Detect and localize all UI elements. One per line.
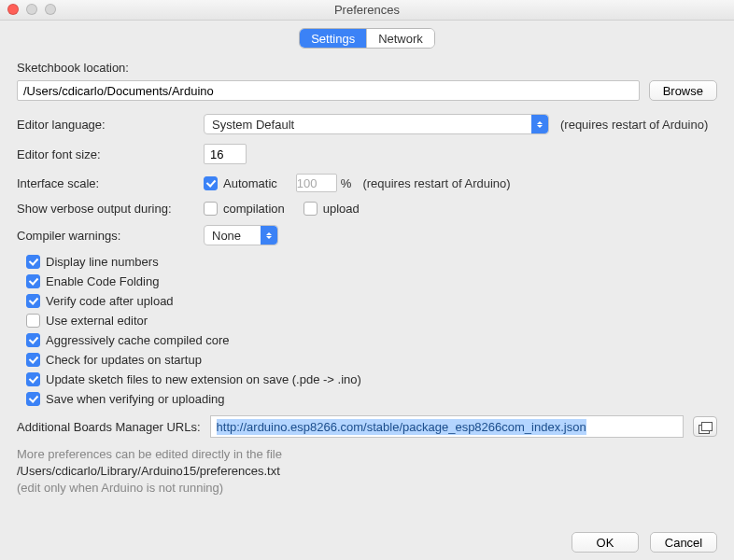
editor-language-label: Editor language: <box>17 118 204 132</box>
window-title: Preferences <box>334 3 400 17</box>
options-list: Display line numbers Enable Code Folding… <box>26 255 717 406</box>
enable-code-folding-checkbox[interactable] <box>26 274 40 288</box>
chevron-updown-icon <box>531 115 548 133</box>
sketchbook-label: Sketchbook location: <box>17 61 717 75</box>
tab-network[interactable]: Network <box>366 29 434 48</box>
compilation-label: compilation <box>223 202 285 216</box>
tab-settings[interactable]: Settings <box>300 29 366 48</box>
ok-button[interactable]: OK <box>572 532 639 553</box>
save-on-verify-checkbox[interactable] <box>26 392 40 406</box>
check-updates-checkbox[interactable] <box>26 353 40 367</box>
tab-bar: Settings Network <box>0 21 734 53</box>
boards-url-input[interactable]: http://arduino.esp8266.com/stable/packag… <box>210 415 684 438</box>
editor-language-select[interactable]: System Default <box>204 114 549 134</box>
chevron-updown-icon <box>261 226 277 245</box>
footer-line-3: (edit only when Arduino is not running) <box>17 481 717 495</box>
use-external-editor-checkbox[interactable] <box>26 314 40 328</box>
font-size-input[interactable] <box>204 144 247 164</box>
restart-hint-scale: (requires restart of Arduino) <box>362 176 510 190</box>
dialog-buttons: OK Cancel <box>572 532 717 553</box>
window-icon <box>699 422 712 432</box>
editor-language-value: System Default <box>212 118 294 132</box>
preferences-file-path: /Users/cdicarlo/Library/Arduino15/prefer… <box>17 464 717 478</box>
font-size-label: Editor font size: <box>17 147 204 161</box>
update-extension-checkbox[interactable] <box>26 372 40 386</box>
scale-value-input[interactable]: 100 <box>296 174 337 192</box>
percent-label: % <box>341 176 352 190</box>
display-line-numbers-checkbox[interactable] <box>26 255 40 269</box>
footer-info: More preferences can be edited directly … <box>17 447 717 495</box>
boards-url-value: http://arduino.esp8266.com/stable/packag… <box>217 419 586 435</box>
open-urls-window-button[interactable] <box>693 416 717 437</box>
minimize-window-button[interactable] <box>26 4 37 15</box>
cancel-button[interactable]: Cancel <box>650 532 717 553</box>
footer-line-1: More preferences can be edited directly … <box>17 447 717 461</box>
browse-button[interactable]: Browse <box>649 80 717 101</box>
compiler-warnings-value: None <box>212 229 241 243</box>
automatic-scale-checkbox[interactable] <box>204 176 218 190</box>
compiler-warnings-label: Compiler warnings: <box>17 229 204 243</box>
verbose-label: Show verbose output during: <box>17 202 204 216</box>
sketchbook-path-input[interactable] <box>17 80 640 101</box>
aggressive-cache-checkbox[interactable] <box>26 333 40 347</box>
window-controls <box>7 4 56 15</box>
titlebar: Preferences <box>0 0 734 21</box>
upload-label: upload <box>323 202 360 216</box>
zoom-window-button[interactable] <box>45 4 56 15</box>
boards-url-label: Additional Boards Manager URLs: <box>17 420 201 434</box>
verify-after-upload-checkbox[interactable] <box>26 294 40 308</box>
compilation-checkbox[interactable] <box>204 202 218 216</box>
interface-scale-label: Interface scale: <box>17 176 204 190</box>
close-window-button[interactable] <box>7 4 19 15</box>
tab-segmented-control: Settings Network <box>299 28 435 49</box>
restart-hint-language: (requires restart of Arduino) <box>560 118 708 132</box>
automatic-label: Automatic <box>223 176 277 190</box>
content-panel: Sketchbook location: Browse Editor langu… <box>0 53 734 507</box>
compiler-warnings-select[interactable]: None <box>204 225 278 245</box>
upload-checkbox[interactable] <box>303 202 318 216</box>
